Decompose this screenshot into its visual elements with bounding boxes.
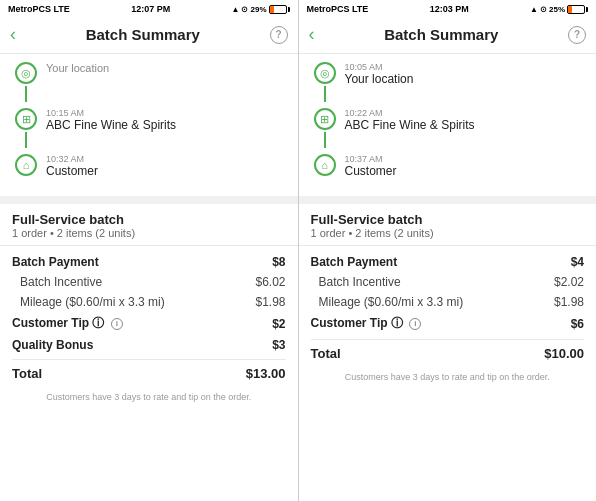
signal-icon: ▲ <box>530 5 538 14</box>
timeline-time-2: 10:32 AM <box>46 154 98 164</box>
phone-panel-left: MetroPCS LTE 12:07 PM ▲ ⊙ 29% ‹ Batch Su… <box>0 0 299 501</box>
batch-info: Full-Service batch 1 order • 2 items (2 … <box>299 204 597 245</box>
timeline-name-1: ABC Fine Wine & Spirits <box>46 118 176 132</box>
timeline-item-2: ⌂ 10:32 AM Customer <box>12 154 286 184</box>
timeline-time-2: 10:37 AM <box>345 154 397 164</box>
timeline: ◎ Your location ⊞ <box>0 54 298 196</box>
timeline-line-0 <box>25 86 27 102</box>
payment-row-3: Customer Tip ⓘ i $6 <box>311 312 585 335</box>
timeline-icon-col-0: ◎ <box>12 62 40 102</box>
timeline-icon-1: ⊞ <box>15 108 37 130</box>
help-button[interactable]: ? <box>270 26 288 44</box>
battery-percent-text: 29% <box>250 5 266 14</box>
payment-label-3: Customer Tip ⓘ i <box>12 315 123 332</box>
status-time: 12:03 PM <box>430 4 469 14</box>
payment-label-2: Mileage ($0.60/mi x 3.3 mi) <box>20 295 165 309</box>
section-divider <box>0 196 298 204</box>
timeline-icon-col-1: ⊞ <box>12 108 40 148</box>
payment-row-4: Total $10.00 <box>311 339 585 364</box>
battery-icon <box>567 5 588 14</box>
timeline-icon-2: ⌂ <box>15 154 37 176</box>
payment-label-2: Mileage ($0.60/mi x 3.3 mi) <box>319 295 464 309</box>
timeline-time-1: 10:22 AM <box>345 108 475 118</box>
timeline-item-0: ◎ 10:05 AM Your location <box>311 62 585 102</box>
payment-row-2: Mileage ($0.60/mi x 3.3 mi) $1.98 <box>311 292 585 312</box>
payment-value-0: $4 <box>571 255 584 269</box>
timeline-icon-col-2: ⌂ <box>12 154 40 176</box>
footer-note: Customers have 3 days to rate and tip on… <box>299 368 597 390</box>
tip-info-icon[interactable]: i <box>111 318 123 330</box>
batch-orders: 1 order • 2 items (2 units) <box>12 227 286 239</box>
payment-row-4: Quality Bonus $3 <box>12 335 286 355</box>
content-scroll[interactable]: ◎ 10:05 AM Your location ⊞ <box>299 54 597 501</box>
timeline-icon-col-1: ⊞ <box>311 108 339 148</box>
timeline-text-2: 10:37 AM Customer <box>345 154 397 178</box>
payment-row-1: Batch Incentive $6.02 <box>12 272 286 292</box>
timeline-text-0: Your location <box>46 62 109 74</box>
payment-row-2: Mileage ($0.60/mi x 3.3 mi) $1.98 <box>12 292 286 312</box>
timeline-name-0: Your location <box>46 62 109 74</box>
payment-label-1: Batch Incentive <box>20 275 102 289</box>
timeline-text-1: 10:15 AM ABC Fine Wine & Spirits <box>46 108 176 132</box>
wifi-icon: ⊙ <box>241 5 248 14</box>
payment-label-1: Batch Incentive <box>319 275 401 289</box>
status-indicators: ▲ ⊙ 25% <box>530 5 588 14</box>
payment-row-3: Customer Tip ⓘ i $2 <box>12 312 286 335</box>
help-button[interactable]: ? <box>568 26 586 44</box>
header: ‹ Batch Summary ? <box>0 18 298 54</box>
carrier-text: MetroPCS LTE <box>307 4 369 14</box>
phone-panel-right: MetroPCS LTE 12:03 PM ▲ ⊙ 25% ‹ Batch Su… <box>299 0 597 501</box>
timeline-item-1: ⊞ 10:15 AM ABC Fine Wine & Spirits <box>12 108 286 148</box>
payment-row-0: Batch Payment $8 <box>12 252 286 272</box>
payment-value-2: $1.98 <box>554 295 584 309</box>
status-carrier: MetroPCS LTE <box>307 4 369 14</box>
timeline-item-1: ⊞ 10:22 AM ABC Fine Wine & Spirits <box>311 108 585 148</box>
payment-label-0: Batch Payment <box>12 255 99 269</box>
battery-icon <box>269 5 290 14</box>
content-scroll[interactable]: ◎ Your location ⊞ <box>0 54 298 501</box>
wifi-icon: ⊙ <box>540 5 547 14</box>
timeline-item-2: ⌂ 10:37 AM Customer <box>311 154 585 184</box>
timeline-time-0: 10:05 AM <box>345 62 414 72</box>
status-bar: MetroPCS LTE 12:03 PM ▲ ⊙ 25% <box>299 0 597 18</box>
tip-info-icon[interactable]: i <box>409 318 421 330</box>
payment-label-5: Total <box>12 366 42 381</box>
timeline-text-2: 10:32 AM Customer <box>46 154 98 178</box>
section-divider <box>299 196 597 204</box>
payment-value-2: $1.98 <box>255 295 285 309</box>
timeline-line-1 <box>324 132 326 148</box>
payment-label-3: Customer Tip ⓘ i <box>311 315 422 332</box>
timeline-item-0: ◎ Your location <box>12 62 286 102</box>
carrier-text: MetroPCS LTE <box>8 4 70 14</box>
header: ‹ Batch Summary ? <box>299 18 597 54</box>
status-bar: MetroPCS LTE 12:07 PM ▲ ⊙ 29% <box>0 0 298 18</box>
payment-value-1: $6.02 <box>255 275 285 289</box>
payment-value-4: $3 <box>272 338 285 352</box>
batch-info: Full-Service batch 1 order • 2 items (2 … <box>0 204 298 245</box>
battery-percent-text: 25% <box>549 5 565 14</box>
timeline-text-1: 10:22 AM ABC Fine Wine & Spirits <box>345 108 475 132</box>
header-title: Batch Summary <box>315 26 569 43</box>
timeline-time-1: 10:15 AM <box>46 108 176 118</box>
timeline-line-0 <box>324 86 326 102</box>
payment-value-4: $10.00 <box>544 346 584 361</box>
payment-value-1: $2.02 <box>554 275 584 289</box>
timeline-icon-col-2: ⌂ <box>311 154 339 176</box>
timeline-icon-0: ◎ <box>15 62 37 84</box>
status-carrier: MetroPCS LTE <box>8 4 70 14</box>
payment-row-0: Batch Payment $4 <box>311 252 585 272</box>
timeline-text-0: 10:05 AM Your location <box>345 62 414 86</box>
header-title: Batch Summary <box>16 26 270 43</box>
payment-value-3: $2 <box>272 317 285 331</box>
payment-value-3: $6 <box>571 317 584 331</box>
footer-note: Customers have 3 days to rate and tip on… <box>0 388 298 410</box>
status-indicators: ▲ ⊙ 29% <box>232 5 290 14</box>
timeline-line-1 <box>25 132 27 148</box>
payment-row-1: Batch Incentive $2.02 <box>311 272 585 292</box>
timeline-name-2: Customer <box>46 164 98 178</box>
batch-type: Full-Service batch <box>12 212 286 227</box>
timeline-icon-2: ⌂ <box>314 154 336 176</box>
timeline-name-1: ABC Fine Wine & Spirits <box>345 118 475 132</box>
payment-value-5: $13.00 <box>246 366 286 381</box>
timeline-name-2: Customer <box>345 164 397 178</box>
